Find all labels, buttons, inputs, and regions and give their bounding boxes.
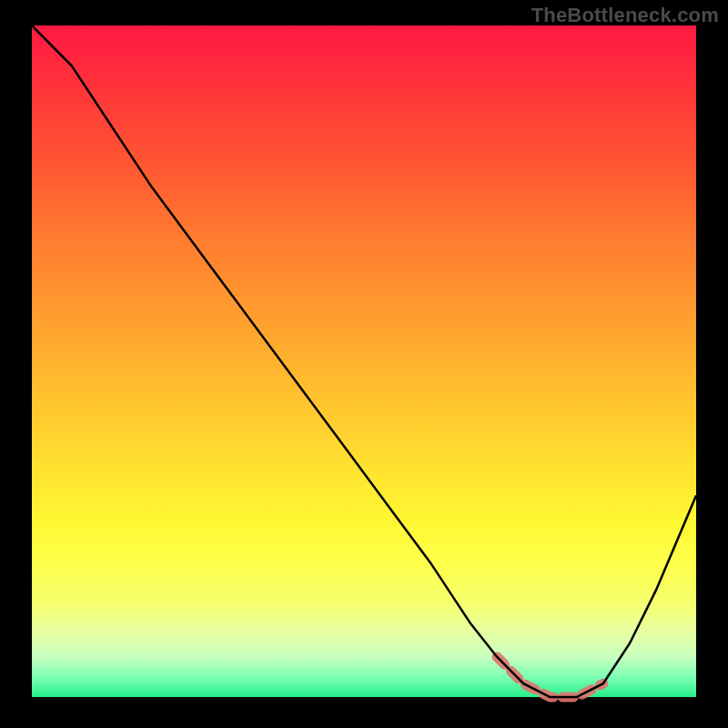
watermark-text: TheBottleneck.com: [531, 4, 719, 27]
chart-frame: TheBottleneck.com: [0, 0, 728, 728]
bottleneck-curve-line: [32, 25, 696, 697]
curve-layer: [32, 25, 696, 697]
plot-area: [32, 25, 696, 697]
